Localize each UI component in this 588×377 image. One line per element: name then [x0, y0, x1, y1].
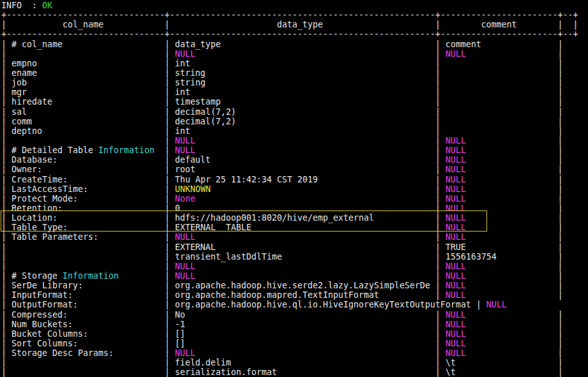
table-row: | Storage Desc Params: | NULL | NULL | [1, 348, 578, 358]
table-border-row: +-------------------------------+-------… [1, 29, 578, 39]
table-row: | | NULL | NULL | [1, 49, 578, 59]
table-row: | Sort Columns: | [] | NULL | [1, 339, 578, 348]
table-row: | job | string | | [1, 78, 578, 87]
table-row: | | EXTERNAL | TRUE | [1, 242, 578, 252]
table-row: | | field.delim | \t | [1, 358, 578, 367]
table-row: | hiredate | timestamp | | [1, 97, 578, 107]
table-row: | SerDe Library: | org.apache.hadoop.hiv… [1, 281, 578, 290]
table-row: | Table Type: | EXTERNAL TABLE | NULL | [1, 223, 578, 232]
table-row: | mgr | int | | [1, 87, 578, 97]
table-row: | comm | decimal(7,2) | | [1, 117, 578, 126]
table-row: | Protect Mode: | None | NULL | [1, 194, 578, 203]
terminal-screen: INFO : OK+------------------------------… [0, 0, 588, 377]
table-row: | deptno | int | | [1, 126, 578, 136]
table-row: | # Storage Information | NULL | NULL | [1, 271, 578, 281]
table-row: | Database: | default | NULL | [1, 155, 578, 165]
table-row: | | NULL | NULL | [1, 136, 578, 145]
table-row: | # Detailed Table Information | NULL | … [1, 145, 578, 155]
table-row: | | serialization.format | \t | [1, 367, 578, 377]
table-row: | Compressed: | No | NULL | [1, 310, 578, 320]
table-row: | LastAccessTime: | UNKNOWN | NULL | [1, 184, 578, 194]
table-row: | | NULL | NULL | [1, 262, 578, 271]
table-row: | Bucket Columns: | [] | NULL | [1, 329, 578, 339]
table-row: | Table Parameters: | NULL | NULL | [1, 232, 578, 242]
table-row: | | transient_lastDdlTime | 1556163754 | [1, 252, 578, 262]
table-row: | CreateTime: | Thu Apr 25 11:42:34 CST … [1, 175, 578, 184]
table-header-row: | col_name | data_type | comment | | [1, 20, 578, 29]
table-row: | Owner: | root | NULL | [1, 165, 578, 174]
status-line: INFO : OK [1, 1, 578, 10]
table-row: | sal | decimal(7,2) | | [1, 107, 578, 117]
table-row: | OutputFormat: | org.apache.hadoop.hive… [1, 300, 578, 309]
table-row: | ename | string | | [1, 68, 578, 78]
table-row: | empno | int | | [1, 59, 578, 68]
table-border-row: +-------------------------------+-------… [1, 10, 578, 20]
table-row: | Location: | hdfs://hadoop001:8020/hive… [1, 213, 578, 223]
table-row: | Num Buckets: | -1 | NULL | [1, 320, 578, 329]
table-row: | InputFormat: | org.apache.hadoop.mapre… [1, 290, 578, 300]
table-row: | # col_name | data_type | comment | [1, 40, 578, 49]
table-row: | Retention: | 0 | NULL | [1, 203, 578, 213]
terminal-output: INFO : OK+------------------------------… [1, 1, 578, 377]
